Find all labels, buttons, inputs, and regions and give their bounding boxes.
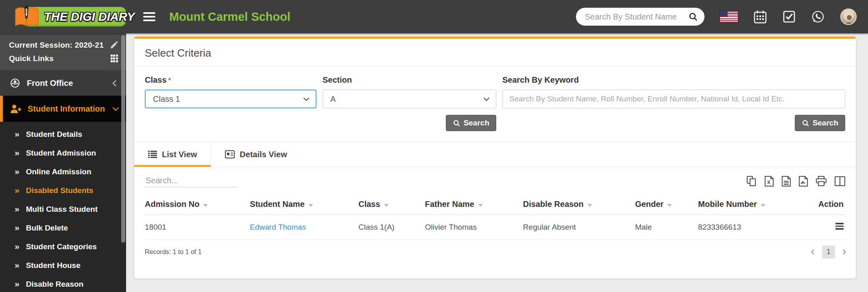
col-disable-reason[interactable]: Disable Reason (523, 194, 635, 215)
table-header-row: Admission No Student Name Class Father N… (145, 194, 845, 215)
sidebar-item-student-admission[interactable]: » Student Admission (0, 144, 126, 162)
print-icon[interactable] (816, 176, 827, 187)
sidebar-item-multi-class-student[interactable]: » Multi Class Student (0, 200, 126, 219)
keyword-label: Search By Keyword (502, 75, 845, 85)
app-logo[interactable]: THE DIGI DIARY (12, 5, 126, 28)
records-count: Records: 1 to 1 of 1 (145, 248, 202, 256)
section-field-group: Section A (323, 75, 496, 108)
sidebar-item-student-details[interactable]: » Student Details (0, 125, 126, 144)
page-number[interactable]: 1 (822, 246, 835, 259)
col-student-name[interactable]: Student Name (250, 194, 358, 215)
task-check-icon[interactable] (783, 10, 796, 23)
menu-toggle-icon[interactable] (143, 10, 155, 23)
main-content: Select Criteria Class* Class 1 S (126, 33, 868, 292)
quick-links-grid-icon[interactable] (111, 55, 118, 62)
sidebar-item-student-categories[interactable]: » Student Categories (0, 237, 126, 256)
search-icon (453, 119, 460, 127)
sidebar-item-label: Student Information (28, 104, 105, 114)
sort-caret-icon (761, 204, 765, 207)
details-view-icon (225, 150, 235, 158)
sort-caret-icon (587, 204, 592, 207)
double-chevron-icon: » (15, 167, 20, 176)
quick-links-label: Quick Links (9, 54, 54, 63)
double-chevron-icon: » (15, 148, 20, 158)
sidebar-item-student-house[interactable]: » Student House (0, 256, 126, 275)
class-field-group: Class* Class 1 (145, 75, 316, 108)
top-header: THE DIGI DIARY Mount Carmel School (0, 0, 868, 33)
header-search[interactable] (576, 8, 704, 26)
column-visibility-icon[interactable] (835, 176, 845, 186)
tab-list-view[interactable]: List View (134, 142, 211, 167)
sidebar-item-label: Front Office (27, 79, 73, 88)
row-action-menu-icon[interactable] (835, 222, 844, 231)
export-excel-icon[interactable]: X (765, 176, 774, 187)
double-chevron-icon: » (15, 279, 20, 289)
cell-class: Class 1(A) (358, 215, 425, 240)
page-title: Select Criteria (145, 47, 845, 59)
double-chevron-icon: » (15, 242, 20, 251)
logo-text: THE DIGI DIARY (44, 10, 135, 24)
copy-icon[interactable] (747, 176, 757, 187)
col-gender[interactable]: Gender (635, 194, 698, 215)
col-class[interactable]: Class (358, 194, 425, 215)
sidebar-item-bulk-delete[interactable]: » Bulk Delete (0, 219, 126, 237)
sidebar-item-online-admission[interactable]: » Online Admission (0, 162, 126, 181)
double-chevron-icon: » (15, 129, 20, 139)
header-search-input[interactable] (585, 12, 688, 22)
list-view-icon (148, 150, 157, 158)
double-chevron-icon: » (15, 185, 20, 195)
students-table: Admission No Student Name Class Father N… (145, 194, 845, 240)
export-csv-icon[interactable] (782, 176, 791, 187)
section-label: Section (323, 75, 496, 85)
calendar-icon[interactable] (753, 10, 767, 24)
sidebar-scrollbar[interactable] (121, 35, 125, 243)
edit-session-icon[interactable] (110, 41, 118, 49)
sort-caret-icon (384, 204, 389, 207)
class-select[interactable]: Class 1 (145, 90, 316, 108)
export-pdf-icon[interactable] (799, 176, 808, 187)
language-flag-icon[interactable] (720, 11, 738, 23)
sidebar-item-student-information[interactable]: Student Information (0, 96, 126, 122)
col-father-name[interactable]: Father Name (425, 194, 523, 215)
table-row: 18001 Edward Thomas Class 1(A) Olivier T… (145, 215, 845, 240)
user-avatar[interactable] (840, 9, 857, 25)
search-icon (802, 119, 809, 127)
double-chevron-icon: » (15, 204, 20, 214)
keyword-input[interactable] (502, 90, 845, 108)
keyword-field-group: Search By Keyword (502, 75, 845, 108)
cell-mobile-number: 8233366613 (698, 215, 792, 240)
cell-student-name-link[interactable]: Edward Thomas (250, 215, 358, 240)
keyword-search-button[interactable]: Search (795, 115, 845, 131)
double-chevron-icon: » (15, 223, 20, 233)
front-office-icon (10, 78, 20, 88)
app-window: THE DIGI DIARY Mount Carmel School (0, 0, 868, 292)
content-card: Select Criteria Class* Class 1 S (134, 37, 856, 279)
svg-text:X: X (767, 180, 770, 185)
next-page-icon[interactable] (841, 249, 846, 255)
col-mobile-number[interactable]: Mobile Number (698, 194, 792, 215)
section-select[interactable]: A (323, 90, 496, 108)
whatsapp-icon[interactable] (811, 10, 825, 24)
cell-father-name: Olivier Thomas (425, 215, 523, 240)
table-search-input[interactable] (145, 174, 238, 187)
prev-page-icon[interactable] (811, 249, 816, 255)
sort-caret-icon (478, 204, 483, 207)
chevron-down-icon (113, 105, 119, 111)
student-information-icon (10, 103, 21, 114)
chevron-down-icon (484, 95, 489, 101)
chevron-left-icon (113, 80, 119, 86)
cell-gender: Male (635, 215, 698, 240)
sort-caret-icon (203, 204, 208, 207)
sidebar-item-disabled-students[interactable]: » Disabled Students (0, 181, 126, 200)
class-section-search-button[interactable]: Search (446, 115, 496, 131)
sidebar-item-front-office[interactable]: Front Office (0, 70, 126, 96)
sidebar-item-disable-reason[interactable]: » Disable Reason (0, 275, 126, 292)
col-admission-no[interactable]: Admission No (145, 194, 250, 215)
tab-details-view[interactable]: Details View (211, 142, 301, 167)
sort-caret-icon (308, 204, 313, 207)
double-chevron-icon: » (15, 260, 20, 270)
student-information-submenu: » Student Details » Student Admission » … (0, 122, 126, 292)
school-name: Mount Carmel School (169, 10, 290, 24)
search-icon[interactable] (688, 12, 698, 22)
class-label: Class* (145, 75, 316, 85)
